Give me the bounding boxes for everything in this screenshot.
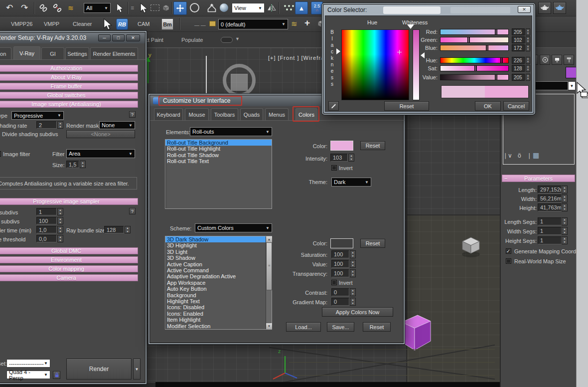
cancel-button[interactable]: Cancel <box>503 101 529 111</box>
red-value[interactable]: 205 <box>512 28 525 35</box>
rotate-tool-icon[interactable] <box>190 3 199 12</box>
value-spinner[interactable]: ▲▼ <box>526 74 530 81</box>
help-button[interactable]: ? <box>129 208 136 214</box>
width-spinner[interactable]: ▲▼ <box>562 194 568 202</box>
rollout-global-switches[interactable]: Global switches <box>0 92 138 99</box>
list-item[interactable]: Adaptive Degradation Active <box>165 273 272 279</box>
height-segs-field[interactable]: 1 <box>538 236 562 244</box>
rollout-image-sampler[interactable]: Image sampler (Antialiasing) <box>0 101 138 108</box>
unlink-icon[interactable] <box>53 3 62 12</box>
panel-tab-motion[interactable] <box>540 55 550 65</box>
sat-value[interactable]: 128 <box>512 65 525 72</box>
list-item[interactable]: 3D Light <box>165 249 272 255</box>
snap-dots-icon[interactable] <box>284 5 286 7</box>
invert-checkbox[interactable] <box>331 165 337 171</box>
min-subdivs-spinner[interactable]: ▲▼ <box>57 208 63 215</box>
list-item[interactable]: App Workspace <box>165 280 272 286</box>
width-field[interactable]: 56,216mm <box>538 194 562 202</box>
select-link-icon[interactable] <box>39 3 48 12</box>
configure-modifier-icon[interactable]: ▦ <box>533 151 539 159</box>
scale-tool-icon[interactable] <box>207 3 217 13</box>
real-world-checkbox[interactable] <box>506 258 511 264</box>
transparency-spinner[interactable]: ▲▼ <box>350 269 356 277</box>
green-slider[interactable] <box>440 37 509 43</box>
tab-gi[interactable]: GI <box>41 47 64 59</box>
layer-stack-icon[interactable]: ≋ <box>291 19 297 28</box>
cursor-tool-icon[interactable] <box>102 18 114 30</box>
green-spinner[interactable]: ▲▼ <box>526 36 530 43</box>
generate-mapping-checkbox[interactable] <box>506 248 511 254</box>
select-region-icon[interactable] <box>150 4 159 11</box>
value-field[interactable]: 100 <box>331 260 349 268</box>
value-value[interactable]: 205 <box>512 74 525 81</box>
elements-listbox[interactable]: Roll-out Title BackgroundRoll-out Title … <box>165 139 272 209</box>
scheme-color-swatch[interactable] <box>330 238 353 248</box>
tab-toolbars[interactable]: Toolbars <box>211 108 238 120</box>
move-tool-button[interactable] <box>173 1 187 15</box>
blue-spinner[interactable]: ▲▼ <box>526 44 530 51</box>
list-item[interactable]: Item Highlight <box>165 317 272 323</box>
value-spinner[interactable]: ▲▼ <box>350 260 356 268</box>
tab-keyboard[interactable]: Keyboard <box>154 108 183 120</box>
tab-vray[interactable]: V-Ray <box>13 46 40 59</box>
length-segs-spinner[interactable]: ▲▼ <box>562 217 568 225</box>
sat-slider[interactable] <box>440 65 509 71</box>
tab-common[interactable]: Common <box>0 47 11 59</box>
intensity-spinner[interactable]: ▲▼ <box>348 154 354 162</box>
preset-combo[interactable]: -------------------▼ <box>6 359 50 368</box>
ok-button[interactable]: OK <box>475 101 501 111</box>
viewport-combo[interactable]: Quad 4 - Persp▼ <box>6 371 50 379</box>
rollout-about-vray[interactable]: About V-Ray <box>0 74 138 81</box>
min-subdivs-field[interactable]: 1 <box>36 208 57 215</box>
height-field[interactable]: 41,763mm <box>538 203 562 211</box>
mirror-icon[interactable] <box>267 3 276 12</box>
scheme-scrollbar[interactable]: ▲ ≡ ▼ <box>266 236 272 329</box>
value-slider[interactable] <box>440 74 509 80</box>
scroll-up-button[interactable]: ▲ <box>266 236 272 242</box>
tab-menus[interactable]: Menus <box>265 108 289 120</box>
show-end-result-icon[interactable]: ∨ <box>508 152 512 159</box>
theme-combo[interactable]: Dark▼ <box>331 178 371 187</box>
transparency-field[interactable]: 100 <box>331 269 349 277</box>
bind-spacewarp-icon[interactable]: ≋ <box>68 4 74 12</box>
object-color-swatch[interactable] <box>566 67 577 78</box>
list-item[interactable]: Modifier Selection <box>165 323 272 329</box>
list-item[interactable]: Icons: Enabled <box>165 311 272 317</box>
render-time-spinner[interactable]: ▲▼ <box>57 226 63 233</box>
hue-value[interactable]: 226 <box>512 57 525 64</box>
rb-button[interactable]: RB <box>116 18 128 30</box>
viewport-splitter-h[interactable] <box>406 214 500 215</box>
scheme-listbox[interactable]: 3D Dark Shadow3D Highlight3D Light3D Sha… <box>165 236 272 330</box>
tab-render-elements[interactable]: Render Elements <box>90 47 138 59</box>
noise-threshold-spinner[interactable]: ▲▼ <box>57 235 63 242</box>
max-subdivs-spinner[interactable]: ▲▼ <box>57 217 63 224</box>
filter-combo[interactable]: Area▼ <box>66 149 135 158</box>
maximize-button[interactable]: □ <box>112 34 125 41</box>
bm-button[interactable]: Bm <box>161 18 173 30</box>
rollout-global-dmc[interactable]: Global DMC <box>0 247 138 254</box>
scroll-down-button[interactable]: ▼ <box>266 323 272 329</box>
green-value[interactable]: 102 <box>512 36 525 43</box>
tab-settings[interactable]: Settings <box>65 47 89 59</box>
list-item[interactable]: 3D Shadow <box>165 255 272 261</box>
modifier-list-combo[interactable] <box>528 81 568 90</box>
render-button[interactable]: Render <box>66 359 132 380</box>
list-item[interactable]: Auto Key Button <box>165 286 272 292</box>
list-item[interactable]: 3D Highlight <box>165 242 272 248</box>
menu-populate[interactable]: Populate <box>181 37 203 43</box>
list-item[interactable]: Highlight Text <box>165 298 272 304</box>
select-cursor-icon[interactable] <box>139 2 149 13</box>
width-segs-field[interactable]: 1 <box>538 227 562 235</box>
scroll-thumb[interactable]: ≡ <box>266 242 272 290</box>
toolbar-button-vmpp[interactable]: VMPP <box>44 21 59 27</box>
list-item[interactable]: 3D Dark Shadow <box>165 236 272 242</box>
panel-tab-utilities[interactable] <box>564 55 574 65</box>
reset-button[interactable]: Reset <box>384 101 429 111</box>
select-by-name-icon[interactable]: ≡ <box>131 4 134 12</box>
lock-view-button[interactable] <box>53 371 60 379</box>
rollout-color-mapping[interactable]: Color mapping <box>0 265 138 272</box>
shading-rate-field[interactable]: 2 <box>36 121 57 129</box>
viewcube-gizmo[interactable] <box>459 234 482 258</box>
color-swatch[interactable] <box>330 141 353 151</box>
hue-spinner[interactable]: ▲▼ <box>526 57 530 64</box>
